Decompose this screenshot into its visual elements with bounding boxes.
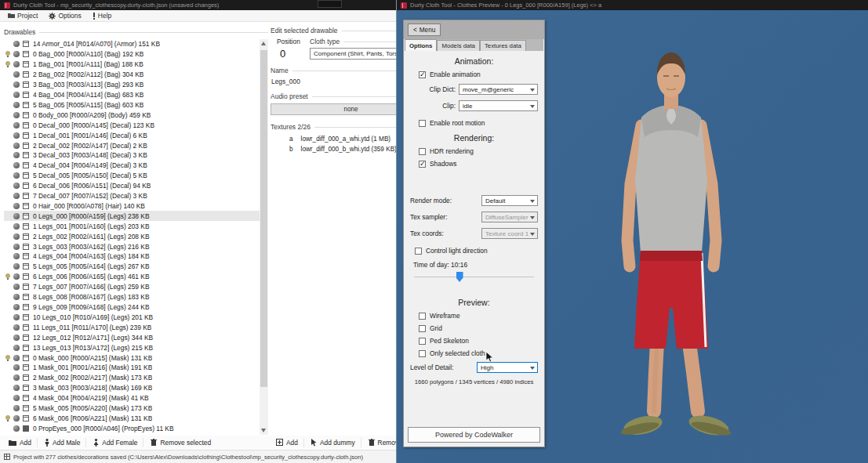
add-dummy-button[interactable]: Add dummy [306,438,361,447]
clip-select[interactable]: idle [459,100,538,111]
package-icon [23,203,29,209]
drawable-row[interactable]: 2 Decal_002 [R002/A147] (Decal) 2 KB [4,140,260,150]
drawables-group-label: Drawables [4,28,35,36]
menu-options[interactable]: Options [44,11,85,20]
add-female-button[interactable]: Add Female [88,438,143,447]
texture-add-button[interactable]: Add [271,438,304,447]
female-person-icon [93,439,99,447]
drawable-row[interactable]: 14 Armor_014 [R014/A070] (Armor) 151 KB [4,39,260,49]
tab-textures-data[interactable]: Textures data [480,40,526,51]
drawable-row[interactable]: 6 Mask_006 [R006/A221] (Mask) 131 KB [4,414,260,424]
checkbox-label: Ped Skeleton [430,337,469,345]
character-model[interactable] [593,43,750,447]
add-dummy-label: Add dummy [320,439,355,447]
drawable-row[interactable]: 12 Legs_012 [R012/A171] (Legs) 344 KB [4,332,260,342]
drawable-row[interactable]: 2 Bag_002 [R002/A112] (Bag) 304 KB [4,70,260,80]
drawable-row[interactable]: 1 Bag_001 [R001/A111] (Bag) 188 KB [4,60,260,70]
drawable-row[interactable]: 4 Bag_004 [R004/A114] (Bag) 683 KB [4,90,260,100]
drawable-row[interactable]: 0 Hair_000 [R000/A078] (Hair) 140 KB [4,201,260,212]
tab-models-data[interactable]: Models data [437,40,479,51]
clip-dict-select[interactable]: move_m@generic [459,84,538,95]
drawables-list[interactable]: 14 Armor_014 [R014/A070] (Armor) 151 KB0… [4,39,260,434]
package-icon [23,345,29,351]
shadows-checkbox[interactable]: Shadows [419,160,538,168]
drawable-row[interactable]: 5 Decal_005 [R005/A150] (Decal) 5 KB [4,171,260,181]
drawable-label: 4 Legs_004 [R004/A163] (Legs) 184 KB [33,252,150,260]
drawable-row[interactable]: 8 Legs_008 [R008/A167] (Legs) 183 KB [4,292,260,302]
lod-select[interactable]: High [477,362,538,373]
drawable-row[interactable]: 10 Legs_010 [R010/A169] (Legs) 201 KB [4,312,260,322]
drawable-row[interactable]: 4 Decal_004 [R004/A149] (Decal) 3 KB [4,161,260,171]
package-icon [23,61,29,67]
drawable-row[interactable]: 13 Legs_013 [R013/A172] (Legs) 215 KB [4,342,260,353]
hdr-rendering-checkbox[interactable]: HDR rendering [419,147,538,155]
drawable-row[interactable]: 6 Decal_006 [R006/A151] (Decal) 94 KB [4,181,260,191]
menu-project[interactable]: Project [3,11,42,20]
drawable-row[interactable]: 3 Bag_003 [R003/A113] (Bag) 293 KB [4,80,260,90]
scroll-down-icon[interactable] [261,429,266,432]
drawable-row[interactable]: 3 Decal_003 [R003/A148] (Decal) 3 KB [4,150,260,161]
drawable-row[interactable]: 4 Mask_004 [R004/A219] (Mask) 41 KB [4,393,260,403]
model-sphere-icon [13,324,20,331]
checkbox-label: Wireframe [430,312,460,320]
drawable-row[interactable]: 2 Legs_002 [R002/A161] (Legs) 208 KB [4,231,260,241]
drawable-row[interactable]: 0 PropEyes_000 [R000/A046] (PropEyes) 11… [4,423,260,433]
render-mode-select[interactable]: Default [481,195,538,206]
drawable-label: 14 Armor_014 [R014/A070] (Armor) 151 KB [33,40,160,48]
drawable-row[interactable]: 1 Decal_001 [R001/A146] (Decal) 6 KB [4,130,260,140]
drawable-label: 0 Mask_000 [R000/A215] (Mask) 131 KB [33,354,152,362]
scrollbar-thumb[interactable] [260,50,267,387]
enable-animation-checkbox[interactable]: Enable animation [419,71,538,78]
drawable-row[interactable]: 4 Legs_004 [R004/A163] (Legs) 184 KB [4,251,260,262]
time-of-day-slider[interactable] [414,271,534,282]
drawable-row[interactable]: 3 Mask_003 [R003/A218] (Mask) 169 KB [4,383,260,393]
ped-skeleton-checkbox[interactable]: Ped Skeleton [419,337,538,345]
drawable-row[interactable]: 5 Legs_005 [R005/A164] (Legs) 267 KB [4,262,260,272]
wireframe-checkbox[interactable]: Wireframe [419,312,538,320]
drawable-row[interactable]: 2 Mask_002 [R002/A217] (Mask) 173 KB [4,373,260,383]
add-button[interactable]: Add [3,438,38,447]
drawable-row[interactable]: 9 Legs_009 [R009/A168] (Legs) 244 KB [4,302,260,313]
drawable-row[interactable]: 0 Bag_000 [R000/A110] (Bag) 192 KB [4,49,260,60]
position-value[interactable]: 0 [271,45,310,60]
drawable-label: 11 Legs_011 [R011/A170] (Legs) 239 KB [33,324,151,331]
drawable-row[interactable]: 3 Legs_003 [R003/A162] (Legs) 216 KB [4,241,260,251]
drawables-scrollbar[interactable] [260,39,268,435]
menu-button[interactable]: < Menu [408,24,441,36]
drawable-row[interactable]: 1 Legs_001 [R001/A160] (Legs) 203 KB [4,221,260,231]
drawable-label: 0 PropEyes_000 [R000/A046] (PropEyes) 11… [33,425,174,432]
menu-options-label: Options [58,12,81,20]
drawable-row[interactable]: 5 Mask_005 [R005/A220] (Mask) 173 KB [4,403,260,414]
drawable-label: 5 Legs_005 [R005/A164] (Legs) 267 KB [33,262,150,270]
only-selected-cloth-checkbox[interactable]: Only selected cloth [419,349,538,357]
drawable-row[interactable]: 5 Bag_005 [R005/A115] (Bag) 603 KB [4,99,260,110]
package-icon [23,355,29,361]
powered-by-codewalker-button[interactable]: Powered by CodeWalker [408,427,540,443]
add-male-label: Add Male [53,439,80,447]
drawable-label: 4 Decal_004 [R004/A149] (Decal) 3 KB [33,161,147,169]
time-slider-thumb[interactable] [456,272,463,282]
tab-options[interactable]: Options [405,39,437,51]
drawable-row[interactable]: 7 Legs_007 [R007/A166] (Legs) 259 KB [4,282,260,292]
add-male-button[interactable]: Add Male [39,438,86,447]
drawable-label: 2 Legs_002 [R002/A161] (Legs) 208 KB [33,233,150,241]
drawable-row[interactable]: 0 Decal_000 [R000/A145] (Decal) 123 KB [4,120,260,130]
drawable-row[interactable]: 0 Body_000 [R000/A209] (Body) 459 KB [4,110,260,120]
drawables-group: Drawables [4,28,268,36]
enable-root-motion-checkbox[interactable]: Enable root motion [419,119,538,127]
model-sphere-icon [13,405,20,411]
control-light-checkbox[interactable]: Control light direction [415,247,538,255]
drawable-row[interactable]: 0 Legs_000 [R000/A159] (Legs) 238 KB [4,211,260,221]
drawable-row[interactable]: 1 Mask_001 [R001/A216] (Mask) 191 KB [4,363,260,373]
drawable-row[interactable]: 7 Decal_007 [R007/A152] (Decal) 3 KB [4,191,260,201]
remove-selected-button[interactable]: Remove selected [145,438,216,447]
model-sphere-icon [13,143,20,149]
grid-checkbox[interactable]: Grid [419,324,538,332]
drawable-row[interactable]: 0 Mask_000 [R000/A215] (Mask) 131 KB [4,353,260,363]
preview-titlebar[interactable]: Durty Cloth Tool - Clothes Preview - 0 L… [397,0,868,10]
drawable-row[interactable]: 6 Legs_006 [R006/A165] (Legs) 461 KB [4,272,260,282]
drawable-row[interactable]: 11 Legs_011 [R011/A170] (Legs) 239 KB [4,322,260,332]
drawable-label: 1 Bag_001 [R001/A111] (Bag) 188 KB [33,60,143,68]
scroll-up-icon[interactable] [261,42,266,45]
menu-help[interactable]: Help [88,11,116,20]
